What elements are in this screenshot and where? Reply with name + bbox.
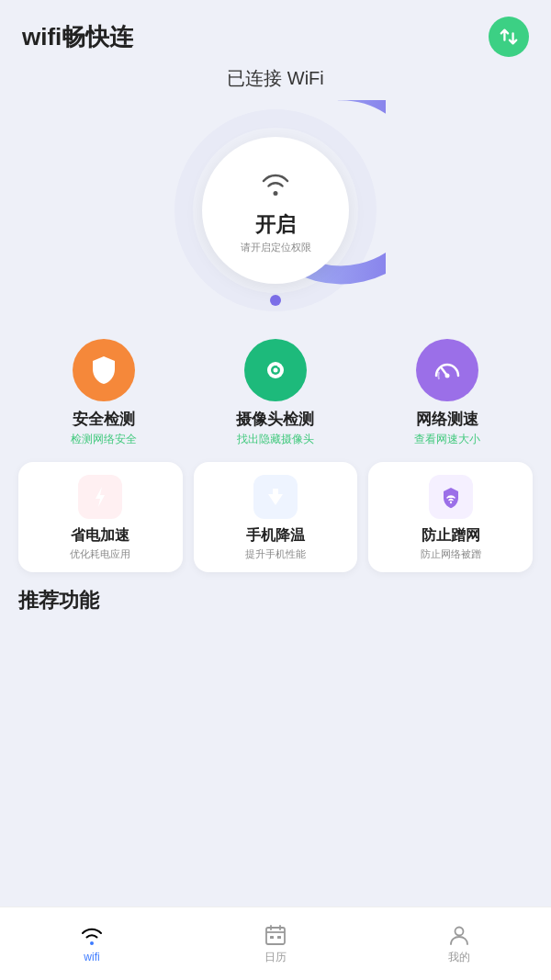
nav-profile-label: 我的: [448, 950, 470, 965]
features-row: 安全检测 检测网络安全 摄像头检测 找出隐藏摄像头: [18, 339, 533, 447]
speedtest-icon-circle: [416, 339, 478, 401]
protect-icon-box: [429, 475, 473, 519]
nav-calendar-label: 日历: [264, 950, 287, 965]
feature-security[interactable]: 安全检测 检测网络安全: [30, 339, 177, 447]
arrow-down-icon: [264, 485, 287, 509]
nav-calendar[interactable]: 日历: [184, 907, 367, 980]
battery-icon-box: [78, 475, 122, 519]
camera-icon-circle: [244, 339, 307, 401]
speedometer-icon: [431, 354, 464, 387]
svg-point-6: [444, 374, 449, 378]
nav-wifi-label: wifi: [84, 951, 99, 963]
donut-chart[interactable]: 开启 请开启定位权限: [165, 100, 386, 321]
security-icon-circle: [73, 339, 135, 401]
donut-sub-label: 请开启定位权限: [241, 241, 311, 254]
svg-point-4: [273, 368, 277, 373]
wifi-signal-icon: [259, 167, 292, 200]
svg-point-5: [277, 364, 281, 367]
svg-rect-10: [266, 928, 285, 944]
svg-rect-14: [270, 936, 274, 939]
svg-point-9: [449, 501, 451, 503]
svg-rect-15: [277, 936, 281, 939]
donut-open-label: 开启: [255, 211, 296, 239]
feature-speedtest[interactable]: 网络测速 查看网速大小: [374, 339, 521, 447]
protect-card-desc: 防止网络被蹭: [421, 547, 481, 561]
card-battery[interactable]: 省电加速 优化耗电应用: [18, 462, 183, 572]
wifi-status-text: 已连接 WiFi: [0, 66, 551, 91]
svg-point-1: [270, 295, 281, 306]
cards-row: 省电加速 优化耗电应用 手机降温 提升手机性能 防止蹭网 防止网络被蹭: [0, 462, 551, 572]
partial-section-label: 推荐功能: [18, 587, 533, 614]
bottom-nav: wifi 日历 我的: [0, 907, 551, 980]
svg-marker-8: [268, 489, 283, 505]
cooling-icon-box: [253, 475, 298, 519]
nav-wifi[interactable]: wifi: [0, 907, 184, 980]
speedtest-name: 网络测速: [416, 409, 478, 430]
battery-card-desc: 优化耗电应用: [70, 547, 130, 561]
camera-icon: [259, 354, 292, 387]
cooling-card-name: 手机降温: [246, 526, 305, 546]
shield-wifi-icon: [439, 485, 463, 509]
cooling-card-desc: 提升手机性能: [245, 547, 306, 561]
svg-point-16: [455, 927, 464, 935]
battery-card-name: 省电加速: [71, 526, 129, 546]
security-desc: 检测网络安全: [71, 432, 137, 447]
nav-calendar-icon: [264, 923, 287, 947]
header: wifi畅快连: [0, 0, 551, 66]
camera-name: 摄像头检测: [236, 409, 314, 430]
shield-icon: [87, 354, 120, 387]
nav-wifi-icon: [80, 924, 104, 948]
swap-icon: [499, 27, 519, 47]
camera-desc: 找出隐藏摄像头: [237, 432, 314, 447]
security-name: 安全检测: [73, 409, 135, 430]
nav-profile[interactable]: 我的: [367, 907, 551, 980]
speedtest-desc: 查看网速大小: [414, 432, 480, 447]
features-section: 安全检测 检测网络安全 摄像头检测 找出隐藏摄像头: [0, 339, 551, 447]
svg-marker-7: [96, 487, 105, 507]
nav-person-icon: [447, 923, 471, 947]
card-protect[interactable]: 防止蹭网 防止网络被蹭: [368, 462, 533, 572]
app-title: wifi畅快连: [22, 21, 133, 53]
partial-section: 推荐功能: [0, 587, 551, 614]
protect-card-name: 防止蹭网: [422, 526, 480, 546]
donut-wifi-symbol: [259, 167, 292, 208]
feature-camera[interactable]: 摄像头检测 找出隐藏摄像头: [202, 339, 349, 447]
bolt-icon: [88, 485, 112, 509]
card-cooling[interactable]: 手机降温 提升手机性能: [194, 462, 358, 572]
swap-button[interactable]: [489, 17, 529, 57]
donut-inner: 开启 请开启定位权限: [202, 137, 349, 284]
